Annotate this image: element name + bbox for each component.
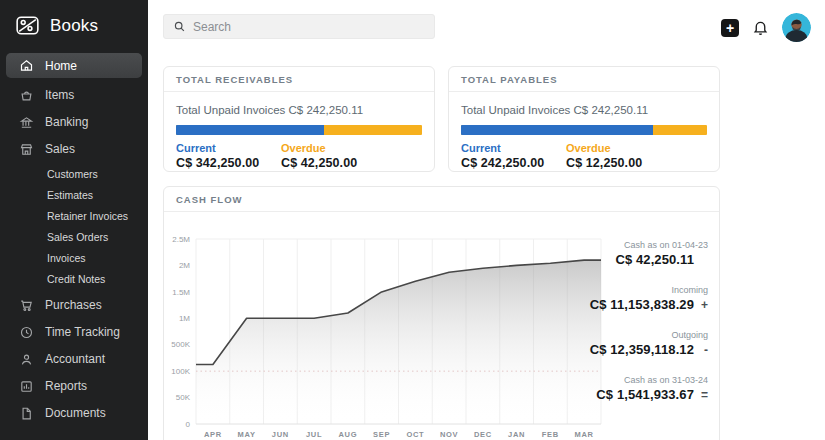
sidebar-item-label: Accountant bbox=[45, 352, 105, 366]
payables-subtitle: Total Unpaid Invoices C$ 242,250.11 bbox=[449, 92, 719, 116]
plus-symbol: + bbox=[694, 298, 708, 312]
topbar-actions: + bbox=[721, 13, 811, 42]
sidebar-item-label: Home bbox=[45, 59, 77, 73]
payables-overdue-label: Overdue bbox=[566, 142, 642, 154]
receivables-card-title: TOTAL RECEIVABLES bbox=[164, 67, 434, 92]
banking-icon bbox=[19, 115, 34, 130]
cashflow-stat-opening: Cash as on 01-04-23 C$ 42,250.11 bbox=[615, 239, 708, 268]
cashflow-stats-panel: Cash as on 01-04-23 C$ 42,250.11 Incomin… bbox=[558, 239, 708, 419]
stat-label: Cash as on 31-03-24 bbox=[624, 374, 708, 386]
svg-text:50K: 50K bbox=[176, 393, 191, 402]
receivables-overdue-label: Overdue bbox=[281, 142, 357, 154]
stat-label: Incoming bbox=[671, 284, 708, 296]
sidebar-item-label: Purchases bbox=[45, 298, 102, 312]
svg-text:1M: 1M bbox=[179, 314, 190, 323]
plus-icon: + bbox=[726, 21, 734, 35]
sidebar-item-estimates[interactable]: Estimates bbox=[6, 185, 142, 206]
cashflow-card-title: CASH FLOW bbox=[164, 187, 719, 212]
sidebar: Books Home Items bbox=[0, 0, 148, 440]
receivables-overdue-value: C$ 42,250.00 bbox=[281, 156, 357, 170]
accountant-icon bbox=[19, 352, 34, 367]
total-receivables-card: TOTAL RECEIVABLES Total Unpaid Invoices … bbox=[163, 66, 435, 172]
app-logo[interactable]: Books bbox=[0, 0, 148, 53]
svg-text:JUL: JUL bbox=[306, 430, 322, 439]
svg-text:100K: 100K bbox=[171, 367, 190, 376]
sidebar-item-home[interactable]: Home bbox=[6, 53, 142, 78]
stat-value: C$ 12,359,118.12 bbox=[590, 341, 694, 358]
receivables-current-segment bbox=[176, 125, 324, 135]
sidebar-item-customers[interactable]: Customers bbox=[6, 164, 142, 185]
payables-progress-bar bbox=[461, 125, 707, 135]
sidebar-item-time-tracking[interactable]: Time Tracking bbox=[6, 320, 142, 344]
sidebar-nav: Home Items Banking bbox=[0, 53, 148, 425]
receivables-current-label: Current bbox=[176, 142, 281, 154]
stat-value: C$ 1,541,933.67 bbox=[596, 386, 694, 403]
items-icon bbox=[19, 88, 34, 103]
sidebar-item-credit-notes[interactable]: Credit Notes bbox=[6, 269, 142, 290]
svg-text:NOV: NOV bbox=[440, 430, 458, 439]
main-area: Search + TOTAL R bbox=[148, 0, 825, 440]
svg-text:JAN: JAN bbox=[508, 430, 525, 439]
minus-symbol: - bbox=[694, 343, 708, 357]
stat-label: Cash as on 01-04-23 bbox=[624, 239, 708, 251]
cash-flow-card: CASH FLOW 050K100K500K1M1.5M2M2.5MAPRMAY… bbox=[163, 186, 720, 440]
svg-text:DEC: DEC bbox=[474, 430, 492, 439]
stat-value: C$ 11,153,838.29 bbox=[590, 296, 694, 313]
search-input[interactable]: Search bbox=[163, 14, 435, 39]
sidebar-item-invoices[interactable]: Invoices bbox=[6, 248, 142, 269]
svg-text:1.5M: 1.5M bbox=[172, 288, 190, 297]
sidebar-item-sales[interactable]: Sales bbox=[6, 137, 142, 161]
books-logo-icon bbox=[14, 12, 41, 39]
stat-label: Outgoing bbox=[671, 329, 708, 341]
svg-text:MAR: MAR bbox=[575, 430, 594, 439]
sidebar-item-label: Time Tracking bbox=[45, 325, 120, 339]
stat-value: C$ 42,250.11 bbox=[615, 251, 694, 268]
cashflow-stat-incoming: Incoming C$ 11,153,838.29 + bbox=[590, 284, 708, 313]
sidebar-item-label: Reports bbox=[45, 379, 87, 393]
svg-text:SEP: SEP bbox=[373, 430, 390, 439]
payables-current-segment bbox=[461, 125, 653, 135]
svg-text:FEB: FEB bbox=[542, 430, 559, 439]
receivables-progress-bar bbox=[176, 125, 422, 135]
svg-text:AUG: AUG bbox=[338, 430, 357, 439]
quick-add-button[interactable]: + bbox=[721, 19, 739, 37]
sidebar-item-retainer-invoices[interactable]: Retainer Invoices bbox=[6, 206, 142, 227]
sidebar-item-banking[interactable]: Banking bbox=[6, 110, 142, 134]
time-tracking-icon bbox=[19, 325, 34, 340]
sidebar-item-purchases[interactable]: Purchases bbox=[6, 293, 142, 317]
sidebar-item-label: Sales bbox=[45, 142, 75, 156]
cashflow-stat-closing: Cash as on 31-03-24 C$ 1,541,933.67 = bbox=[596, 374, 708, 403]
svg-text:JUN: JUN bbox=[272, 430, 289, 439]
svg-text:OCT: OCT bbox=[406, 430, 424, 439]
sidebar-item-documents[interactable]: Documents bbox=[6, 401, 142, 425]
notifications-bell-icon[interactable] bbox=[752, 19, 769, 36]
svg-text:500K: 500K bbox=[171, 340, 190, 349]
payables-card-title: TOTAL PAYABLES bbox=[449, 67, 719, 92]
payables-current-value: C$ 242,250.00 bbox=[461, 156, 566, 170]
sidebar-item-reports[interactable]: Reports bbox=[6, 374, 142, 398]
sidebar-item-label: Documents bbox=[45, 406, 106, 420]
svg-text:APR: APR bbox=[204, 430, 222, 439]
documents-icon bbox=[19, 406, 34, 421]
cashflow-stat-outgoing: Outgoing C$ 12,359,118.12 - bbox=[590, 329, 708, 358]
app-title: Books bbox=[50, 16, 98, 36]
svg-text:MAY: MAY bbox=[238, 430, 256, 439]
search-placeholder: Search bbox=[193, 20, 231, 34]
home-icon bbox=[19, 58, 34, 73]
user-avatar[interactable] bbox=[782, 13, 811, 42]
receivables-current-value: C$ 342,250.00 bbox=[176, 156, 281, 170]
sidebar-item-items[interactable]: Items bbox=[6, 83, 142, 107]
app-root: Books Home Items bbox=[0, 0, 825, 440]
equals-symbol: = bbox=[694, 388, 708, 402]
sidebar-item-accountant[interactable]: Accountant bbox=[6, 347, 142, 371]
svg-text:2M: 2M bbox=[179, 261, 190, 270]
sales-icon bbox=[19, 142, 34, 157]
sidebar-item-label: Banking bbox=[45, 115, 88, 129]
sidebar-item-sales-orders[interactable]: Sales Orders bbox=[6, 227, 142, 248]
payables-current-label: Current bbox=[461, 142, 566, 154]
search-icon bbox=[173, 20, 186, 33]
sidebar-item-label: Items bbox=[45, 88, 74, 102]
total-payables-card: TOTAL PAYABLES Total Unpaid Invoices C$ … bbox=[448, 66, 720, 172]
payables-overdue-value: C$ 12,250.00 bbox=[566, 156, 642, 170]
svg-text:0: 0 bbox=[186, 420, 191, 429]
